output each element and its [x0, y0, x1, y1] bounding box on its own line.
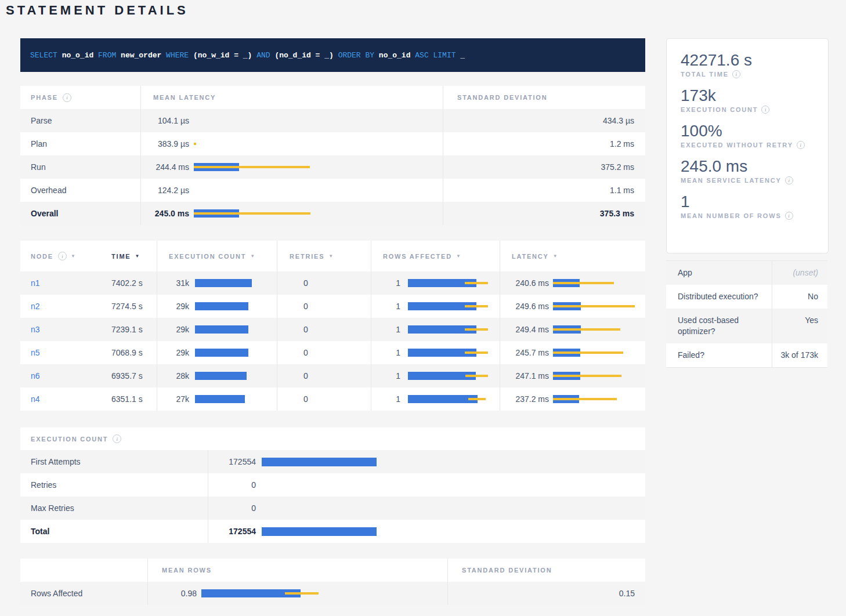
node-link[interactable]: n5	[31, 348, 40, 357]
statement-attributes-table: App(unset)Distributed execution?NoUsed c…	[666, 260, 827, 368]
node-link[interactable]: n3	[31, 325, 40, 334]
details-label: Used cost-based optimizer?	[666, 309, 772, 343]
stat-bar	[408, 279, 476, 287]
details-label: Distributed execution?	[666, 285, 772, 309]
node-time-value: 6351.1 s	[100, 387, 157, 411]
stat-bar	[408, 349, 476, 357]
sql-keyword: ASC	[415, 51, 428, 60]
node-execution-count-value: 29k	[157, 325, 189, 334]
column-header-label: LATENCY	[512, 253, 549, 260]
node-link[interactable]: n2	[31, 302, 40, 311]
node-execution-count-value: 28k	[157, 371, 189, 381]
summary-stat: 100%EXECUTED WITHOUT RETRYi	[681, 121, 814, 149]
bar-mean-segment	[195, 302, 248, 310]
sort-arrow-icon: ▼	[553, 253, 559, 259]
node-cell: n4	[20, 387, 100, 411]
bar-mean-segment	[195, 349, 248, 357]
bar-stddev-segment	[465, 282, 488, 284]
sort-arrow-icon: ▼	[71, 253, 77, 259]
phase-mean-latency-cell: 244.4 ms	[140, 155, 443, 179]
info-icon[interactable]: i	[785, 212, 793, 220]
sql-keyword: FROM	[98, 51, 116, 60]
details-row: Failed?3k of 173k	[666, 343, 827, 367]
summary-stat-value: 42271.6 s	[681, 50, 814, 70]
phase-mean-latency-value: 244.4 ms	[141, 162, 189, 172]
column-header-latency[interactable]: LATENCY▼	[500, 241, 645, 271]
column-header-rows-affected[interactable]: ROWS AFFECTED▼	[371, 241, 500, 271]
info-icon[interactable]: i	[761, 106, 769, 114]
bar-mean-segment	[195, 325, 248, 334]
summary-stats-card: 42271.6 sTOTAL TIMEi173kEXECUTION COUNTi…	[666, 38, 829, 253]
details-row: App(unset)	[666, 261, 827, 285]
column-header-label: NODE	[31, 253, 53, 260]
stat-bar	[195, 372, 247, 380]
summary-stat-label: EXECUTION COUNTi	[681, 106, 814, 114]
bar-stddev-segment	[465, 352, 488, 354]
node-link[interactable]: n6	[31, 371, 40, 381]
node-cell: n2	[20, 295, 100, 318]
stat-bar	[194, 163, 239, 171]
phase-standard-deviation-value: 1.1 ms	[443, 179, 645, 202]
exec-count-value-cell: 0	[208, 473, 645, 497]
sort-arrow-icon: ▼	[250, 253, 256, 259]
node-retries-value: 0	[277, 318, 371, 341]
node-latency-cell: 249.6 ms	[500, 295, 645, 318]
column-header-execution-count[interactable]: EXECUTION COUNT▼	[157, 241, 277, 271]
sql-keyword: AND	[256, 51, 270, 60]
stat-bar	[262, 458, 377, 466]
phase-mean-latency-cell: 383.9 µs	[140, 132, 443, 155]
bar-mean-segment	[195, 372, 247, 380]
info-icon[interactable]: i	[58, 252, 67, 260]
info-icon[interactable]: i	[63, 93, 71, 102]
sort-arrow-icon: ▼	[328, 253, 334, 259]
info-icon[interactable]: i	[113, 434, 121, 443]
phase-mean-latency-cell: 104.1 µs	[140, 109, 443, 132]
summary-stat-value: 245.0 ms	[681, 157, 814, 176]
stat-bar	[553, 279, 580, 287]
bar-stddev-segment	[553, 398, 617, 400]
phase-mean-latency-cell: 124.2 µs	[140, 179, 443, 202]
node-link[interactable]: n4	[31, 394, 40, 404]
node-time-value: 6935.7 s	[100, 364, 157, 387]
bar-mean-segment	[195, 395, 245, 403]
summary-stat-label-text: MEAN NUMBER OF ROWS	[681, 212, 782, 219]
info-icon[interactable]: i	[785, 176, 793, 184]
info-icon[interactable]: i	[797, 141, 805, 149]
bar-stddev-segment	[553, 328, 620, 331]
node-time-value: 7274.5 s	[100, 295, 157, 318]
node-rows-affected-cell: 1	[371, 295, 500, 318]
bar-stddev-segment	[194, 166, 310, 168]
stat-bar	[195, 302, 248, 310]
exec-count-value-cell: 172554	[208, 520, 645, 543]
sql-identifier: (no_d_id = _)	[274, 51, 333, 60]
summary-stat-label-text: MEAN SERVICE LATENCY	[681, 177, 782, 184]
summary-stat-label: MEAN SERVICE LATENCYi	[681, 176, 814, 184]
summary-stat-label-text: TOTAL TIME	[681, 71, 729, 78]
stat-bar	[195, 325, 248, 334]
phase-label: Overhead	[20, 179, 140, 202]
sql-statement: SELECT no_o_id FROM new_order WHERE (no_…	[30, 51, 465, 60]
column-header-time[interactable]: TIME▼	[100, 241, 157, 271]
column-header-node[interactable]: NODEi▼	[20, 241, 100, 271]
node-latency-value: 240.6 ms	[500, 278, 549, 288]
node-latency-value: 249.6 ms	[500, 302, 549, 311]
stat-bar	[262, 527, 377, 536]
sql-identifier: _	[460, 51, 465, 60]
exec-count-value: 0	[208, 480, 256, 490]
column-header-retries[interactable]: RETRIES▼	[277, 241, 371, 271]
bar-stddev-segment	[465, 305, 488, 307]
node-rows-affected-cell: 1	[371, 387, 500, 411]
bar-mean-segment	[408, 395, 478, 403]
node-execution-count-value: 29k	[157, 302, 189, 311]
info-icon[interactable]: i	[732, 70, 740, 78]
page-title: STATEMENT DETAILS	[6, 3, 189, 18]
stat-bar	[195, 395, 245, 403]
node-rows-affected-cell: 1	[371, 341, 500, 364]
node-link[interactable]: n1	[31, 278, 40, 288]
sql-identifier: no_o_id	[62, 51, 94, 60]
details-row: Distributed execution?No	[666, 285, 827, 309]
node-execution-count-cell: 31k	[157, 271, 277, 295]
bar-stddev-segment	[285, 592, 319, 595]
exec-count-value-cell: 172554	[208, 450, 645, 473]
node-latency-value: 245.7 ms	[500, 348, 549, 357]
